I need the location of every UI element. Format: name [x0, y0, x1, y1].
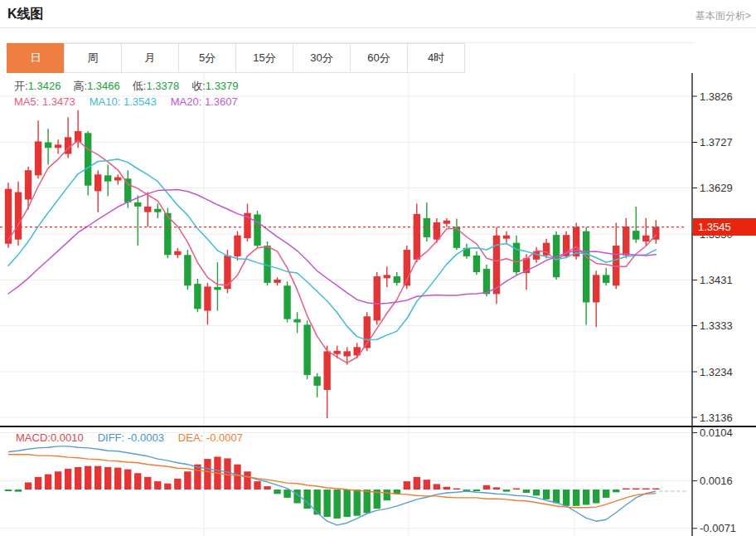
- candle-body: [333, 351, 340, 354]
- candle-body: [313, 377, 320, 386]
- candle-body: [55, 144, 61, 148]
- macd-bar: [354, 490, 361, 516]
- candle-body: [94, 174, 101, 191]
- candle-body: [293, 319, 300, 323]
- macd-bar: [15, 490, 22, 492]
- candle-body: [154, 209, 161, 212]
- macd-bar: [75, 467, 81, 490]
- main-y-axis: 1.38261.37271.36291.35301.34311.33331.32…: [692, 73, 733, 427]
- macd-bar: [632, 489, 639, 490]
- macd-bar: [94, 466, 101, 490]
- candle-body: [443, 221, 450, 224]
- kline-chart: 1.38261.37271.36291.35301.34311.33331.32…: [0, 73, 756, 427]
- candle-body: [632, 231, 639, 240]
- macd-bar: [414, 477, 420, 490]
- macd-bar: [473, 490, 480, 491]
- macd-bar: [364, 490, 371, 513]
- macd-bar: [533, 490, 540, 495]
- page-title: K线图: [7, 6, 44, 23]
- y-tick-label: 1.3234: [700, 366, 733, 378]
- macd-bar: [234, 465, 240, 490]
- candle-body: [323, 351, 330, 390]
- macd-bar: [493, 487, 500, 490]
- candle-body: [623, 227, 629, 256]
- macd-bar: [593, 490, 599, 503]
- macd-bar: [523, 490, 530, 493]
- macd-bar: [543, 490, 550, 499]
- candle-body: [35, 141, 41, 175]
- candle-body: [144, 207, 151, 212]
- macd-bar: [134, 473, 141, 490]
- candle-body: [204, 286, 211, 310]
- candle-body: [214, 287, 220, 290]
- y-tick-label: 1.3431: [700, 274, 733, 286]
- macd-bar: [513, 489, 520, 490]
- tab-30min[interactable]: 30分: [293, 43, 351, 73]
- candle-body: [104, 175, 111, 181]
- candle-body: [194, 284, 201, 309]
- candle-body: [573, 227, 579, 256]
- candle-body: [45, 143, 51, 149]
- y-tick-label: 1.3826: [700, 90, 733, 103]
- macd-bar: [264, 486, 270, 490]
- fundamental-analysis-link[interactable]: 基本面分析>: [695, 9, 751, 23]
- macd-bar: [642, 489, 649, 490]
- macd-bar: [164, 484, 171, 490]
- candle-body: [284, 285, 290, 319]
- candle-body: [124, 178, 131, 202]
- candle-body: [134, 202, 141, 207]
- candle-body: [483, 269, 490, 294]
- macd-bar: [65, 469, 71, 490]
- current-price-tag: 1.3545: [693, 218, 756, 236]
- tab-4hour[interactable]: 4时: [407, 43, 465, 73]
- candle-body: [274, 280, 280, 283]
- macd-bar: [573, 490, 579, 506]
- candle-body: [603, 275, 609, 283]
- macd-bar: [483, 485, 490, 490]
- candle-body: [414, 214, 420, 260]
- macd-bar: [274, 490, 280, 494]
- candle-body: [374, 276, 380, 320]
- candle-body: [15, 192, 22, 240]
- macd-bar: [55, 471, 61, 490]
- tab-month[interactable]: 月: [121, 43, 179, 73]
- candle-body: [473, 256, 480, 272]
- y-tick-label: 0.0104: [700, 427, 733, 439]
- candle-body: [343, 351, 350, 356]
- macd-bar: [45, 475, 51, 490]
- macd-bar: [443, 487, 450, 490]
- macd-bar: [5, 490, 12, 491]
- macd-bar: [85, 466, 91, 490]
- candle-body: [25, 170, 32, 199]
- header-divider: [0, 27, 756, 28]
- macd-bar: [114, 468, 121, 490]
- macd-bar: [154, 481, 161, 490]
- candle-body: [503, 236, 510, 239]
- period-tab-bar: 日周月5分15分30分60分4时: [7, 43, 465, 73]
- macd-bar: [384, 490, 390, 500]
- tab-day[interactable]: 日: [7, 43, 65, 73]
- y-tick-label: 1.3136: [700, 412, 733, 424]
- y-tick-label: 0.0016: [700, 475, 733, 487]
- macd-chart: 0.01040.0016-0.0071: [0, 427, 756, 536]
- tab-5min[interactable]: 5分: [178, 43, 236, 73]
- macd-bar: [204, 459, 211, 490]
- tab-week[interactable]: 周: [64, 43, 122, 73]
- tab-15min[interactable]: 15分: [235, 43, 293, 73]
- candle-body: [394, 276, 400, 283]
- candle-body: [224, 256, 230, 289]
- candle-body: [174, 251, 181, 255]
- candle-body: [254, 214, 260, 246]
- macd-bar: [244, 471, 250, 490]
- macd-bar: [583, 490, 589, 504]
- macd-bar: [553, 490, 560, 503]
- macd-bar: [333, 490, 340, 519]
- tab-60min[interactable]: 60分: [350, 43, 408, 73]
- candle-body: [583, 231, 589, 303]
- macd-bar: [313, 490, 320, 514]
- candle-body: [85, 133, 91, 185]
- y-tick-label: 1.3727: [700, 136, 733, 149]
- candle-body: [384, 275, 390, 278]
- macd-bar: [194, 465, 201, 490]
- candle-body: [424, 218, 430, 237]
